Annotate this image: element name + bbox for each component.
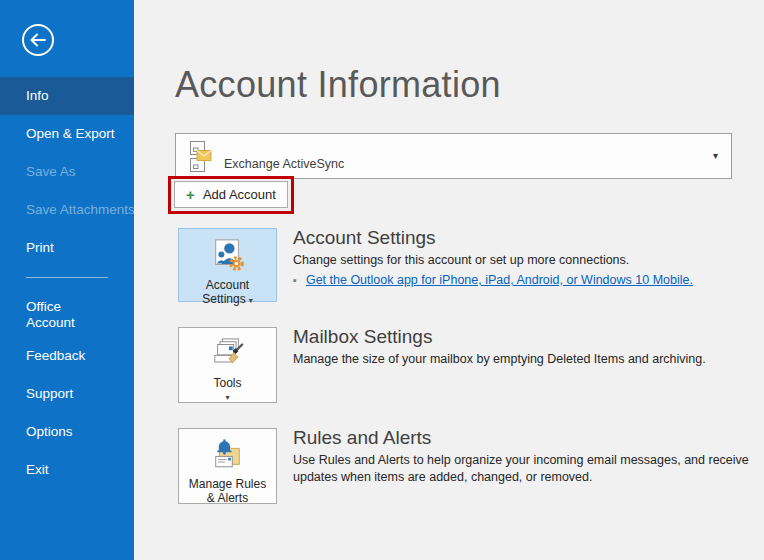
account-settings-text: Account Settings Change settings for thi… — [293, 226, 749, 287]
dropdown-caret-icon: ▾ — [186, 391, 270, 405]
sidebar-item-options[interactable]: Options — [0, 413, 134, 451]
section-heading: Rules and Alerts — [293, 426, 749, 449]
sidebar-item-info[interactable]: Info — [0, 77, 134, 115]
sidebar-item-save-attachments: Save Attachments — [0, 191, 134, 229]
outlook-backstage-window: Info Open & Export Save As Save Attachme… — [0, 0, 764, 560]
account-selector-dropdown[interactable]: Exchange ActiveSync ▾ — [175, 133, 732, 179]
outlook-app-link[interactable]: Get the Outlook app for iPhone, iPad, An… — [306, 273, 693, 287]
sidebar-item-print[interactable]: Print — [0, 229, 134, 267]
account-selector-value: Exchange ActiveSync — [224, 157, 344, 171]
manage-rules-alerts-button-label: Manage Rules & Alerts — [186, 477, 270, 505]
bullet-icon: ▪ — [293, 275, 297, 286]
account-settings-button-label: Account Settings▾ — [186, 278, 270, 308]
sidebar-item-feedback[interactable]: Feedback — [0, 337, 134, 375]
sidebar-item-office-account[interactable]: Office Account — [0, 291, 110, 337]
dropdown-caret-icon: ▾ — [249, 296, 253, 305]
tools-button[interactable]: Tools▾ — [178, 327, 277, 403]
dropdown-caret-icon: ▾ — [713, 150, 718, 161]
sidebar-item-support[interactable]: Support — [0, 375, 134, 413]
back-button[interactable] — [21, 23, 55, 57]
back-arrow-icon — [21, 45, 55, 60]
outlook-app-link-row: ▪ Get the Outlook app for iPhone, iPad, … — [293, 273, 749, 287]
add-account-label: Add Account — [203, 187, 276, 202]
backstage-main: Account Information Exchange ActiveSync … — [134, 0, 764, 560]
plus-icon: + — [186, 187, 195, 202]
tools-button-label: Tools▾ — [186, 376, 270, 405]
section-heading: Account Settings — [293, 226, 749, 249]
sidebar-item-open-export[interactable]: Open & Export — [0, 115, 134, 153]
section-description: Use Rules and Alerts to help organize yo… — [293, 452, 749, 486]
section-description: Manage the size of your mailbox by empty… — [293, 351, 749, 368]
rules-alerts-icon — [210, 438, 246, 474]
section-description: Change settings for this account or set … — [293, 252, 749, 269]
sidebar-menu: Info Open & Export Save As Save Attachme… — [0, 77, 134, 489]
add-account-button[interactable]: + Add Account — [174, 181, 288, 208]
account-settings-icon — [211, 238, 245, 275]
section-heading: Mailbox Settings — [293, 325, 749, 348]
rules-alerts-text: Rules and Alerts Use Rules and Alerts to… — [293, 426, 749, 486]
backstage-sidebar: Info Open & Export Save As Save Attachme… — [0, 0, 134, 560]
sidebar-divider — [26, 277, 108, 278]
manage-rules-alerts-button[interactable]: Manage Rules & Alerts — [178, 428, 277, 504]
mailbox-settings-text: Mailbox Settings Manage the size of your… — [293, 325, 749, 368]
sidebar-item-save-as: Save As — [0, 153, 134, 191]
cleanup-tools-icon — [210, 337, 246, 373]
account-settings-button[interactable]: Account Settings▾ — [178, 228, 277, 302]
sidebar-item-exit[interactable]: Exit — [0, 451, 134, 489]
exchange-account-icon — [187, 140, 214, 178]
page-title: Account Information — [175, 64, 501, 106]
